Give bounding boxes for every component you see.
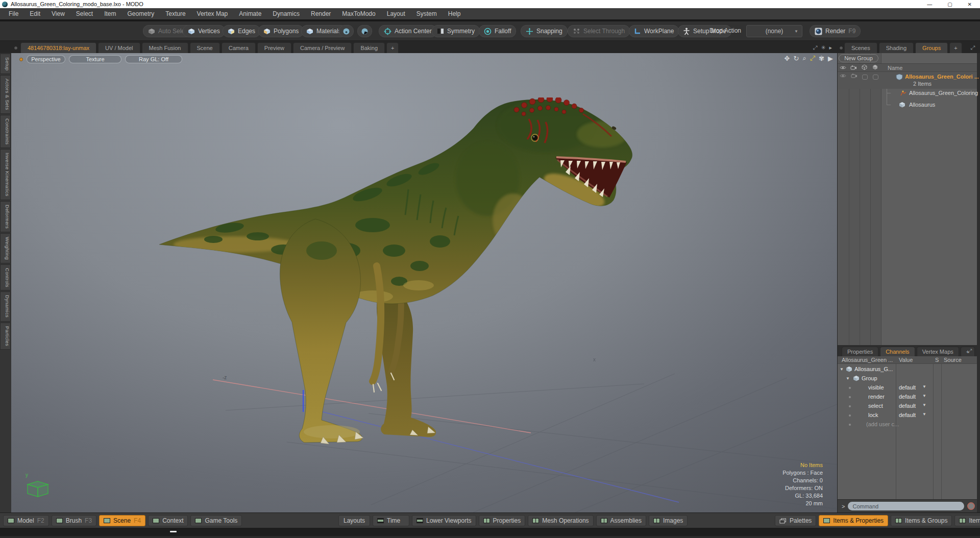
mode-scene-button[interactable]: Scene F4: [99, 515, 145, 526]
pivot-mode-button[interactable]: [357, 25, 372, 37]
group-checkbox-1[interactable]: [862, 75, 868, 80]
maximize-viewport-icon[interactable]: ⤢: [810, 54, 815, 62]
lower-expand-icon[interactable]: ⤢: [967, 348, 972, 354]
rail-tab-setup[interactable]: Setup: [0, 54, 11, 74]
raygl-button[interactable]: Ray GL: Off: [125, 55, 182, 63]
menu-vertex-map[interactable]: Vertex Map: [191, 10, 234, 17]
channel-value-visible[interactable]: default: [899, 384, 916, 390]
item-mode-button[interactable]: [339, 25, 354, 37]
symmetry-button[interactable]: Symmetry: [432, 25, 480, 37]
time-panel-button[interactable]: Time: [373, 515, 409, 526]
add-tab-button[interactable]: +: [386, 42, 399, 53]
minimize-button[interactable]: —: [927, 2, 932, 7]
allosaurus-model[interactable]: [153, 97, 638, 447]
viewport-menu-dot[interactable]: [19, 58, 23, 61]
channel-value-render[interactable]: default: [899, 394, 916, 400]
add-user-channel-row[interactable]: (add user c...: [838, 420, 977, 429]
pan-icon[interactable]: ✥: [785, 55, 790, 62]
rail-tab-constraints[interactable]: Constraints: [0, 115, 11, 148]
channel-row-visible[interactable]: visible default ▼: [838, 383, 977, 393]
menu-maxtomodo[interactable]: MaxToModo: [336, 10, 381, 17]
menu-item[interactable]: Item: [99, 10, 121, 17]
tab-scenes[interactable]: Scenes: [844, 42, 877, 53]
new-group-button[interactable]: New Group: [839, 54, 878, 62]
tab-overflow-icon[interactable]: ▸: [829, 44, 832, 51]
edges-button[interactable]: Edges: [223, 25, 260, 37]
channel-value-select[interactable]: default: [899, 403, 916, 409]
orbit-icon[interactable]: ↻: [794, 55, 799, 62]
channel-row-lock[interactable]: lock default ▼: [838, 411, 977, 420]
panel-tab-handle[interactable]: [839, 46, 843, 50]
zoom-icon[interactable]: ⌕: [802, 54, 806, 62]
assemblies-button[interactable]: Assemblies: [596, 515, 646, 526]
action-center-button[interactable]: Action Center: [379, 25, 437, 37]
command-input[interactable]: [848, 502, 964, 510]
menu-geometry[interactable]: Geometry: [122, 10, 160, 17]
tab-session[interactable]: 48146780318:lay-unmax: [20, 42, 96, 53]
tab-properties[interactable]: Properties: [842, 347, 878, 356]
panel-expand-icon[interactable]: ⤢: [970, 44, 975, 51]
mode-brush-button[interactable]: Brush F3: [52, 515, 96, 526]
menu-help[interactable]: Help: [443, 10, 467, 17]
mode-context-button[interactable]: Context: [148, 515, 188, 526]
items-properties-button[interactable]: Items & Properties: [819, 515, 888, 526]
channel-row-select[interactable]: select default ▼: [838, 402, 977, 411]
images-button[interactable]: Images: [649, 515, 688, 526]
falloff-button[interactable]: Falloff: [479, 25, 516, 37]
items-shading-button[interactable]: Items & Shadin: [954, 515, 980, 526]
mode-game-tools-button[interactable]: Game Tools: [190, 515, 242, 526]
channels-tree-root-row[interactable]: ▼ Allosaurus_G...: [838, 365, 977, 374]
group-row[interactable]: Allosaurus_Green_Colori ... 2 Items: [838, 72, 977, 89]
workplane-button[interactable]: WorkPlane: [629, 25, 679, 37]
panel-add-tab-button[interactable]: +: [949, 42, 962, 53]
group-child-row-mesh[interactable]: Allosaurus: [838, 101, 977, 109]
mode-model-button[interactable]: Model F2: [3, 515, 49, 526]
snapping-button[interactable]: Snapping: [521, 25, 568, 37]
menu-layout[interactable]: Layout: [381, 10, 411, 17]
palettes-button[interactable]: Palettes: [775, 515, 816, 526]
rail-tab-dynamics[interactable]: Dynamics: [0, 291, 11, 321]
rail-tab-controls[interactable]: Controls: [0, 264, 11, 291]
mesh-operations-button[interactable]: Mesh Operations: [528, 515, 593, 526]
menu-render[interactable]: Render: [305, 10, 336, 17]
polygons-button[interactable]: Polygons: [258, 25, 304, 37]
menu-file[interactable]: File: [3, 10, 24, 17]
layouts-button[interactable]: Layouts: [338, 515, 370, 526]
tab-mesh-fusion[interactable]: Mesh Fusion: [142, 42, 188, 53]
viewport-more-icon[interactable]: ▶: [828, 55, 833, 62]
rail-tab-deformers[interactable]: Deformers: [0, 201, 11, 232]
viewport-settings-gear-icon[interactable]: ✾: [819, 55, 824, 62]
twirl-down-icon[interactable]: ▼: [840, 367, 844, 372]
tab-groups[interactable]: Groups: [915, 42, 948, 53]
menu-edit[interactable]: Edit: [24, 10, 46, 17]
properties-panel-button[interactable]: Properties: [479, 515, 526, 526]
group-checkbox-2[interactable]: [873, 75, 878, 80]
channel-value-lock[interactable]: default: [899, 412, 916, 418]
drop-action-select[interactable]: (none) ▼: [746, 25, 802, 37]
group-visibility-eye-icon[interactable]: [840, 74, 846, 79]
rail-tab-inverse-kinematics[interactable]: Inverse Kinematics: [0, 149, 11, 200]
rail-tab-weighting[interactable]: Weighting: [0, 233, 11, 263]
command-history-icon[interactable]: [967, 502, 975, 510]
viewport-3d[interactable]: Perspective Texture Ray GL: Off ✥ ↻ ⌕ ⤢ …: [11, 53, 837, 512]
vertices-button[interactable]: Vertices: [183, 25, 225, 37]
tab-vertex-maps[interactable]: Vertex Maps: [917, 347, 959, 356]
tab-scene[interactable]: Scene: [190, 42, 220, 53]
twirl-down-icon-2[interactable]: ▼: [846, 376, 850, 381]
select-through-button[interactable]: Select Through: [568, 25, 630, 37]
menu-system[interactable]: System: [411, 10, 443, 17]
tab-shading[interactable]: Shading: [879, 42, 914, 53]
view-mode-button[interactable]: Perspective: [27, 55, 65, 63]
channel-row-render[interactable]: render default ▼: [838, 393, 977, 402]
tab-baking[interactable]: Baking: [353, 42, 385, 53]
close-button[interactable]: ✕: [968, 2, 972, 7]
rail-tab-actors-sets[interactable]: Actors & Sets: [0, 75, 11, 113]
tab-strip-handle[interactable]: [14, 46, 18, 50]
tab-preview[interactable]: Preview: [257, 42, 291, 53]
tab-camera[interactable]: Camera: [222, 42, 256, 53]
menu-animate[interactable]: Animate: [233, 10, 267, 17]
tab-channels[interactable]: Channels: [880, 347, 915, 356]
menu-dynamics[interactable]: Dynamics: [267, 10, 305, 17]
tab-uv-model[interactable]: UV / Model: [98, 42, 140, 53]
render-button[interactable]: Render F9: [810, 25, 861, 37]
